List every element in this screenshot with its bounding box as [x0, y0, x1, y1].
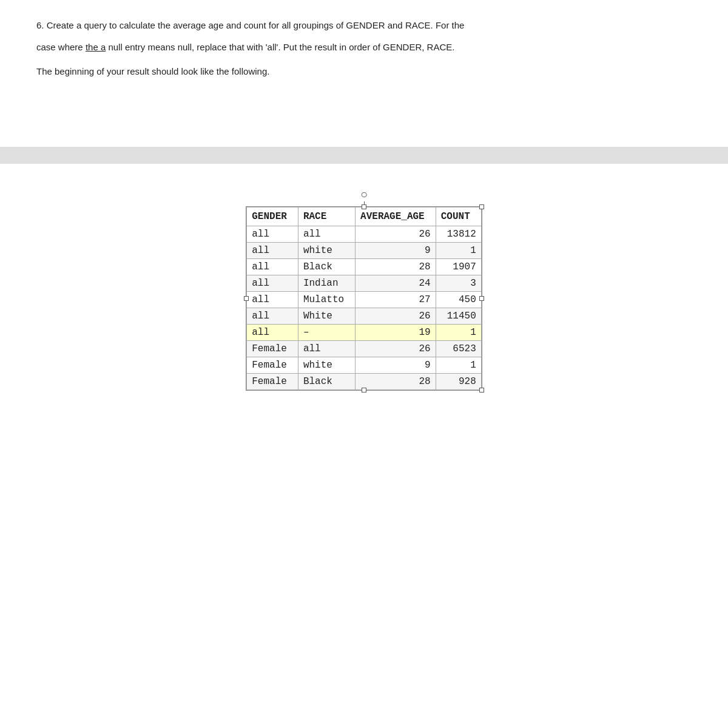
cell-count: 1	[436, 325, 481, 341]
cell-race: all	[298, 341, 355, 357]
question-text-line3: The beginning of your result should look…	[36, 64, 692, 79]
table-row: Femaleall266523	[247, 341, 481, 357]
cell-gender: all	[247, 226, 298, 243]
cell-gender: all	[247, 292, 298, 308]
table-row: Femalewhite91	[247, 357, 481, 374]
cell-avg-age: 9	[356, 357, 436, 374]
cell-gender: all	[247, 275, 298, 292]
cell-gender: all	[247, 325, 298, 341]
cell-gender: Female	[247, 341, 298, 357]
cell-count: 1	[436, 357, 481, 374]
question-text-part1: Create a query to calculate the average …	[47, 20, 465, 30]
table-row: allwhite91	[247, 243, 481, 259]
text-pre-underline: case where	[36, 42, 86, 52]
resize-handle-mid-left[interactable]	[244, 296, 249, 301]
cell-race: –	[298, 325, 355, 341]
cell-gender: Female	[247, 357, 298, 374]
cell-race: white	[298, 357, 355, 374]
results-table: GENDER RACE AVERAGE_AGE COUNT allall2613…	[246, 207, 481, 390]
table-row: allWhite2611450	[247, 308, 481, 325]
table-header-row: GENDER RACE AVERAGE_AGE COUNT	[247, 207, 481, 226]
col-header-count: COUNT	[436, 207, 481, 226]
cell-count: 6523	[436, 341, 481, 357]
cell-avg-age: 26	[356, 341, 436, 357]
col-header-race: RACE	[298, 207, 355, 226]
cell-count: 13812	[436, 226, 481, 243]
instructions-section: 6. Create a query to calculate the avera…	[0, 0, 728, 98]
cell-race: Black	[298, 374, 355, 390]
cell-avg-age: 26	[356, 226, 436, 243]
table-row: all–191	[247, 325, 481, 341]
col-header-avg-age: AVERAGE_AGE	[356, 207, 436, 226]
question-text-line1: 6. Create a query to calculate the avera…	[36, 18, 692, 33]
page: 6. Create a query to calculate the avera…	[0, 0, 728, 711]
cell-avg-age: 9	[356, 243, 436, 259]
text-post-underline: null entry means null, replace that with…	[106, 42, 454, 52]
table-row: allIndian243	[247, 275, 481, 292]
resize-handle-bottom-right[interactable]	[479, 388, 484, 393]
table-row: allall2613812	[247, 226, 481, 243]
cell-count: 450	[436, 292, 481, 308]
result-area: ○ GENDER RACE AVERAGE_AGE COUNT	[0, 164, 728, 409]
cell-race: Black	[298, 259, 355, 275]
cell-gender: all	[247, 243, 298, 259]
question-text-line2: case where the a null entry means null, …	[36, 40, 692, 55]
resize-handle-top-mid[interactable]	[362, 204, 366, 209]
cell-avg-age: 24	[356, 275, 436, 292]
cell-race: Mulatto	[298, 292, 355, 308]
cell-avg-age: 26	[356, 308, 436, 325]
cell-avg-age: 19	[356, 325, 436, 341]
question-number: 6.	[36, 20, 44, 30]
resize-handle-top-right[interactable]	[479, 204, 484, 209]
underlined-text: the a	[86, 42, 106, 52]
cell-count: 11450	[436, 308, 481, 325]
resize-handle-mid-right[interactable]	[479, 296, 484, 301]
cell-race: Indian	[298, 275, 355, 292]
table-row: allBlack281907	[247, 259, 481, 275]
resize-cursor-icon: ○	[360, 187, 368, 201]
cursor-area: ○	[360, 182, 368, 206]
data-table-container: GENDER RACE AVERAGE_AGE COUNT allall2613…	[246, 206, 482, 391]
cell-avg-age: 28	[356, 259, 436, 275]
cell-race: White	[298, 308, 355, 325]
col-header-gender: GENDER	[247, 207, 298, 226]
cell-gender: all	[247, 308, 298, 325]
cell-count: 928	[436, 374, 481, 390]
cell-race: all	[298, 226, 355, 243]
cell-avg-age: 27	[356, 292, 436, 308]
cell-gender: Female	[247, 374, 298, 390]
cell-count: 1907	[436, 259, 481, 275]
cell-race: white	[298, 243, 355, 259]
cell-avg-age: 28	[356, 374, 436, 390]
cell-count: 3	[436, 275, 481, 292]
divider-scrollbar[interactable]	[0, 147, 728, 164]
cell-gender: all	[247, 259, 298, 275]
cell-count: 1	[436, 243, 481, 259]
resize-handle-bottom-mid[interactable]	[362, 388, 366, 393]
table-row: allMulatto27450	[247, 292, 481, 308]
